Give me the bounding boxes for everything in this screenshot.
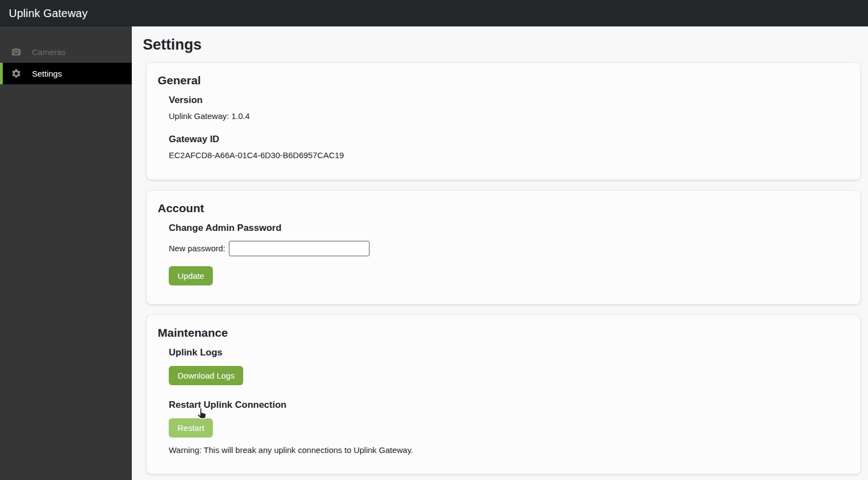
restart-warning-text: Warning: This will break any uplink conn… — [169, 445, 849, 456]
sidebar-item-label: Cameras — [32, 47, 66, 57]
account-card-title: Account — [158, 202, 849, 215]
change-admin-password-label: Change Admin Password — [169, 223, 849, 234]
camera-icon — [10, 47, 22, 58]
download-logs-button[interactable]: Download Logs — [169, 366, 243, 385]
gateway-id-value: EC2AFCD8-A66A-01C4-6D30-B6D6957CAC19 — [169, 150, 849, 161]
new-password-row: New password: — [169, 241, 849, 256]
gear-icon — [10, 68, 22, 79]
account-card: Account Change Admin Password New passwo… — [147, 191, 860, 304]
sidebar-item-cameras[interactable]: Cameras — [0, 41, 132, 63]
topbar: Uplink Gateway — [0, 0, 868, 26]
restart-button[interactable]: Restart — [169, 418, 213, 438]
gateway-id-label: Gateway ID — [169, 134, 849, 145]
maintenance-card-title: Maintenance — [158, 326, 849, 339]
maintenance-card: Maintenance Uplink Logs Download Logs Re… — [147, 315, 860, 474]
new-password-input[interactable] — [229, 241, 369, 256]
page-title: Settings — [143, 36, 860, 53]
general-card-title: General — [158, 74, 849, 87]
new-password-label: New password: — [169, 244, 226, 253]
version-value: Uplink Gateway: 1.0.4 — [169, 111, 849, 122]
app-title: Uplink Gateway — [9, 7, 88, 20]
sidebar-item-label: Settings — [32, 69, 62, 78]
sidebar: Cameras Settings — [0, 26, 132, 480]
general-card: General Version Uplink Gateway: 1.0.4 Ga… — [147, 63, 860, 180]
layout: Cameras Settings Settings General Versio… — [0, 26, 868, 480]
main-content: Settings General Version Uplink Gateway:… — [132, 26, 868, 480]
uplink-logs-label: Uplink Logs — [169, 347, 849, 358]
update-button[interactable]: Update — [169, 266, 213, 285]
general-card-body: Version Uplink Gateway: 1.0.4 Gateway ID… — [169, 95, 849, 161]
sidebar-item-settings[interactable]: Settings — [0, 63, 132, 84]
restart-uplink-connection-label: Restart Uplink Connection — [169, 400, 849, 411]
version-label: Version — [169, 95, 849, 106]
account-card-body: Change Admin Password New password: Upda… — [169, 223, 849, 285]
maintenance-card-body: Uplink Logs Download Logs Restart Uplink… — [169, 347, 849, 456]
